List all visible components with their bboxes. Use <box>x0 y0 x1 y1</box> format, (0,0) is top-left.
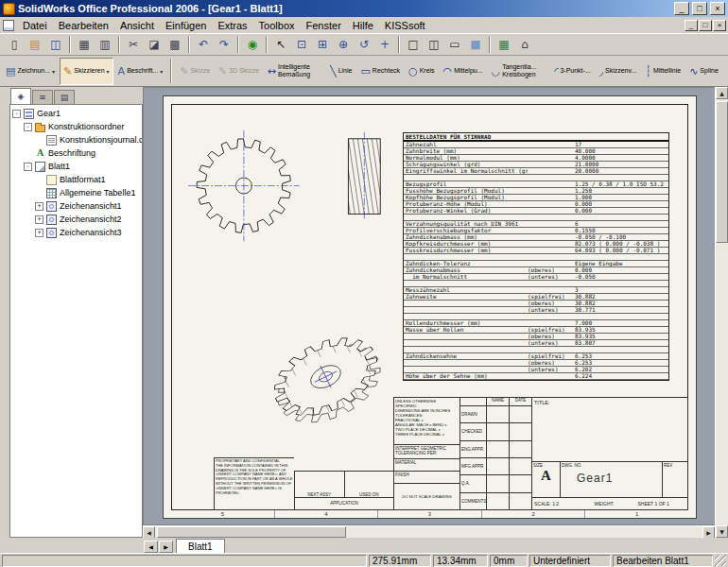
zoom-area-button[interactable]: ⊞ <box>312 35 333 55</box>
centerpoint-arc-button[interactable]: ◠Mittelpu... <box>440 58 487 85</box>
gear-data-table[interactable]: BESTELLDATEN FÜR STIRNRADZähnezahl17Zahn… <box>403 132 669 381</box>
resize-grip[interactable] <box>715 555 726 566</box>
line-button[interactable]: ╲Linie <box>326 58 355 85</box>
sketch-fillet-button[interactable]: ◞Skizzenv... <box>596 58 641 85</box>
close-button[interactable]: × <box>710 2 725 15</box>
tree-item-konstruktionsjournal-doc-leer[interactable]: Konstruktionsjournal.doc (Leer) <box>10 133 142 146</box>
menu-datei[interactable]: Datei <box>17 19 53 32</box>
3d-sketch-button[interactable]: ✎3D Skizze <box>215 58 263 85</box>
horizontal-scroll-thumb[interactable] <box>157 526 346 538</box>
rotate-view-button[interactable]: ↺ <box>354 35 374 55</box>
three-point-arc-button[interactable]: ◜3-Punkt-... <box>550 58 595 85</box>
rectangle-button[interactable]: ▭Rechteck <box>356 58 404 85</box>
sketch-button[interactable]: ✎Skizze <box>176 58 214 85</box>
gear-table-label: Masse über Rollen <box>406 327 528 333</box>
new-button[interactable]: ▯ <box>4 35 25 55</box>
size-dwg-row: SIZE A DWG. NO. Gear1 REV <box>532 461 687 497</box>
tree-item-konstruktionsordner[interactable]: -Konstruktionsordner <box>10 120 142 133</box>
zoom-fit-button[interactable]: ⊡ <box>291 35 312 55</box>
point-button[interactable]: •Punkt <box>723 58 728 85</box>
horizontal-scrollbar[interactable]: ◀ ▶ <box>143 525 715 538</box>
collapse-icon[interactable]: - <box>12 110 21 118</box>
propertymanager-tab[interactable]: ≡ <box>32 90 53 104</box>
tangent-arc-label: Tangentia... Kreisbogen <box>502 63 546 77</box>
centerline-button[interactable]: ┆Mittellinie <box>641 58 685 85</box>
print-button[interactable]: ▦ <box>74 35 95 55</box>
undo-button[interactable]: ↶ <box>193 35 214 55</box>
next-assy-label: NEXT ASSY <box>295 472 345 498</box>
prev-sheet-button[interactable]: ◀ <box>144 541 158 553</box>
sheet-tab-blatt1[interactable]: Blatt1 <box>176 539 225 553</box>
scroll-track[interactable] <box>348 526 702 538</box>
open-button[interactable]: ▤ <box>25 35 45 55</box>
hidden-lines-visible-button[interactable]: ◫ <box>424 35 444 55</box>
gear-table-qualifier <box>528 188 575 194</box>
tree-item-allgemeine-tabelle1[interactable]: Allgemeine Tabelle1 <box>10 186 142 199</box>
menu-ansicht[interactable]: Ansicht <box>114 19 160 32</box>
cut-button[interactable]: ✂ <box>123 35 144 55</box>
drawing-mode-button[interactable]: ▤Zeichnun...▾ <box>2 58 59 85</box>
minimize-button[interactable]: _ <box>674 2 689 15</box>
redo-button[interactable]: ↷ <box>214 35 234 55</box>
menu-einf-gen[interactable]: Einfügen <box>160 19 212 32</box>
pan-button[interactable]: + <box>374 35 395 55</box>
graphics-viewport[interactable]: BESTELLDATEN FÜR STIRNRADZähnezahl17Zahn… <box>143 87 715 525</box>
tree-item-blattformat1[interactable]: Blattformat1 <box>10 173 142 186</box>
menu-hilfe[interactable]: Hilfe <box>347 19 379 32</box>
dwg-label: DWG. NO. <box>562 463 582 468</box>
child-restore-button[interactable]: □ <box>699 20 712 31</box>
tree-item-zeichenansicht3[interactable]: +Zeichenansicht3 <box>10 226 142 239</box>
menu-toolbox[interactable]: Toolbox <box>253 19 301 32</box>
tree-item-beschriftung[interactable]: Beschriftung <box>10 146 142 160</box>
scroll-up-button[interactable]: ▲ <box>716 87 728 99</box>
rebuild-button[interactable]: ◉ <box>242 35 263 55</box>
scroll-down-button[interactable]: ▼ <box>716 525 728 538</box>
centerline-icon: ┆ <box>645 66 651 77</box>
copy-button[interactable]: ◪ <box>144 35 165 55</box>
next-sheet-button[interactable]: ▶ <box>159 541 173 553</box>
wireframe-button[interactable]: □ <box>403 35 424 55</box>
scroll-track[interactable] <box>716 245 728 525</box>
drawing-sheet[interactable]: BESTELLDATEN FÜR STIRNRADZähnezahl17Zahn… <box>163 95 697 519</box>
menu-extras[interactable]: Extras <box>212 19 252 32</box>
sketch-mode-button[interactable]: ✎Skizzieren▾ <box>60 58 113 85</box>
collapse-icon[interactable]: - <box>24 163 32 171</box>
hidden-lines-removed-button[interactable]: ▭ <box>444 35 465 55</box>
vertical-scroll-thumb[interactable] <box>716 101 728 243</box>
tree-item-zeichenansicht2[interactable]: +Zeichenansicht2 <box>10 213 142 226</box>
menu-bearbeiten[interactable]: Bearbeiten <box>53 19 114 32</box>
expand-icon[interactable]: + <box>35 202 43 211</box>
toolbar-separator <box>69 36 71 53</box>
save-button[interactable]: ◫ <box>45 35 66 55</box>
annotation-mode-button[interactable]: ABeschrift...▾ <box>114 58 167 85</box>
paste-button[interactable]: ▩ <box>165 35 185 55</box>
standard-views-button[interactable]: ⌂ <box>514 35 535 55</box>
configurationmanager-tab[interactable]: ▤ <box>54 90 75 104</box>
zoom-in-out-button[interactable]: ⊕ <box>333 35 354 55</box>
gear-table-label: Zahndickensehne <box>406 353 528 359</box>
circle-button[interactable]: ○Kreis <box>405 58 439 85</box>
expand-icon[interactable]: + <box>35 229 43 237</box>
view-orientation-button[interactable]: ▦ <box>494 35 514 55</box>
menu-kisssoft[interactable]: KISSsoft <box>379 19 431 32</box>
sketch-mode-label: Skizzieren <box>74 67 104 75</box>
collapse-icon[interactable]: - <box>24 123 32 131</box>
tree-item-zeichenansicht1[interactable]: +Zeichenansicht1 <box>10 199 142 213</box>
tree-item-blatt1[interactable]: -Blatt1 <box>10 160 142 173</box>
print-preview-button[interactable]: ▥ <box>95 35 115 55</box>
vertical-scrollbar[interactable]: ▲ ▼ <box>715 87 728 538</box>
child-close-button[interactable]: × <box>713 20 726 31</box>
tangent-arc-icon: ◡ <box>492 66 501 77</box>
maximize-button[interactable]: □ <box>692 2 707 15</box>
redo-icon: ↷ <box>219 39 229 50</box>
expand-icon[interactable]: + <box>35 215 43 224</box>
featuremanager-tab[interactable]: ◈ <box>10 88 31 104</box>
child-minimize-button[interactable]: _ <box>685 20 698 31</box>
tangent-arc-button[interactable]: ◡Tangentia... Kreisbogen <box>488 58 550 85</box>
spline-button[interactable]: ∿Spline <box>685 58 722 85</box>
select-button[interactable]: ↖ <box>270 35 291 55</box>
shaded-button[interactable]: ■ <box>465 35 486 55</box>
tree-item-gear1[interactable]: -Gear1 <box>10 107 142 120</box>
smart-dimension-button[interactable]: ↔Intelligente Bemaßung <box>264 58 325 85</box>
menu-fenster[interactable]: Fenster <box>301 19 347 32</box>
